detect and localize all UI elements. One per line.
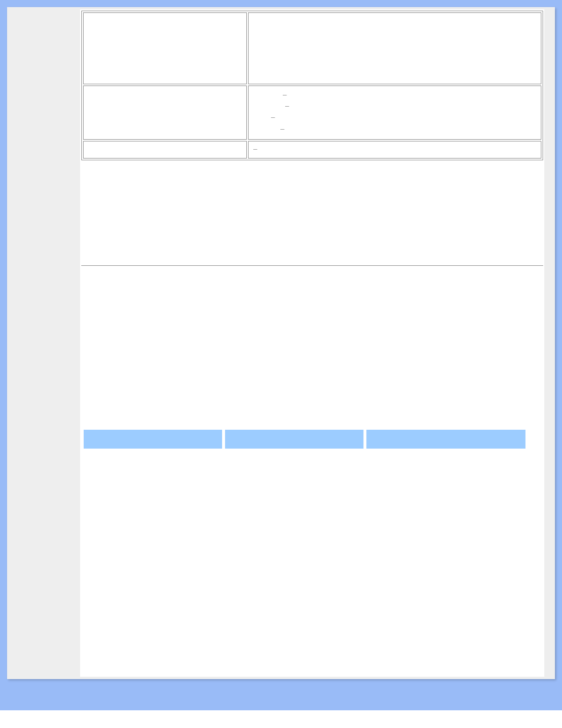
tab[interactable]: [366, 430, 525, 449]
spacer: [81, 160, 543, 265]
page: – – – – –: [7, 7, 555, 679]
meta-value-cell: – – – –: [248, 85, 541, 140]
meta-value-cell: [248, 12, 541, 84]
main-content: – – – – –: [80, 9, 544, 677]
spacer: [81, 266, 543, 421]
table-row: [83, 12, 541, 84]
tab[interactable]: [84, 430, 222, 449]
meta-label-cell: [83, 85, 247, 140]
meta-label-cell: [83, 141, 247, 159]
table-row: – – – –: [83, 85, 541, 140]
tab-bar: [81, 430, 543, 449]
right-gutter: [544, 9, 553, 677]
outer-frame: – – – – –: [0, 0, 562, 710]
tab[interactable]: [225, 430, 363, 449]
list-item: –: [269, 90, 536, 101]
list-item: –: [269, 112, 536, 123]
meta-value-cell: –: [248, 141, 541, 159]
sidebar: [9, 9, 80, 677]
meta-label-cell: [83, 12, 247, 84]
content-block: [81, 449, 543, 676]
list-item: –: [269, 124, 536, 135]
list-item: –: [269, 101, 536, 112]
meta-table: – – – – –: [81, 11, 543, 160]
meta-value-list: – – – –: [253, 90, 536, 135]
meta-value: –: [253, 145, 257, 153]
table-row: –: [83, 141, 541, 159]
